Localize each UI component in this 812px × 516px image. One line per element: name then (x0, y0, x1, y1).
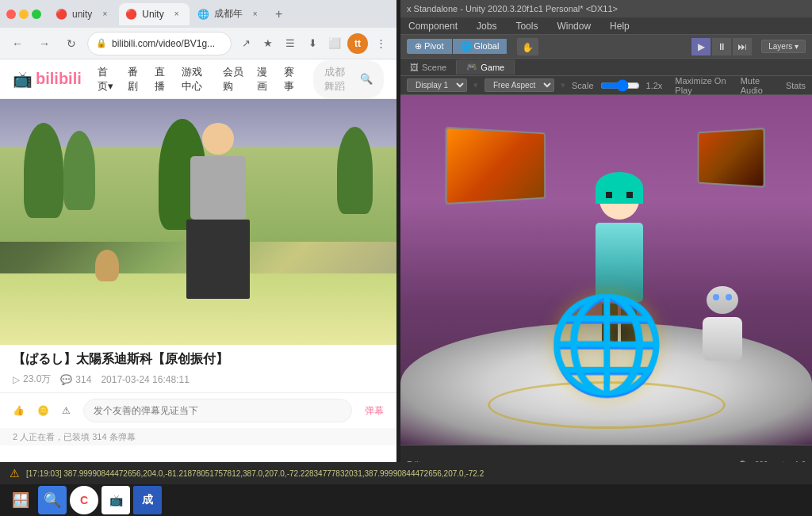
pivot-button[interactable]: ⊕ Pivot (407, 39, 453, 54)
comment-input[interactable] (83, 399, 352, 422)
unity-menu-jobs[interactable]: Jobs (472, 19, 501, 33)
taskbar-windows[interactable]: 🪟 (6, 486, 35, 514)
hand-tool[interactable]: ✋ (517, 38, 538, 55)
download-icon[interactable]: ⬇ (303, 34, 322, 53)
new-tab-button[interactable]: + (270, 5, 289, 24)
video-player[interactable] (0, 99, 396, 345)
warning-icon: ⚠ (62, 405, 71, 416)
bookmark-list-icon[interactable]: ☰ (281, 34, 300, 53)
close-traffic-light[interactable] (6, 10, 16, 19)
play-button[interactable]: ▶ (691, 38, 710, 55)
meta-comment-icon: 💬 314 (60, 374, 91, 385)
mute-audio[interactable]: Mute Audio (741, 76, 773, 95)
scene-label: Scene (422, 63, 446, 72)
bili-nav-premium[interactable]: 会员购 (223, 65, 244, 94)
cast-icon[interactable]: ⬜ (325, 34, 344, 53)
chrome-tabs: 🔴 unity × 🔴 Unity × 🌐 成都年 × + (49, 3, 390, 25)
pause-button[interactable]: ⏸ (712, 38, 731, 55)
more-icon[interactable]: ⋮ (371, 34, 390, 53)
bili-nav-links: 首页▾ 番剧 直播 游戏中心 会员购 漫画 赛事 (98, 65, 298, 94)
coin-button[interactable]: 🪙 (37, 405, 49, 416)
taskbar-bilibili[interactable]: 📺 (102, 486, 130, 514)
taskbar-zoom[interactable]: 🔍 (38, 486, 67, 514)
unity-viewport: 🌐 (400, 95, 812, 445)
tab-favicon-3: 🌐 (197, 9, 209, 20)
video-date: 2017-03-24 16:48:11 (101, 374, 189, 385)
unity-toolbar: ⊕ Pivot 🌐 Global ✋ ▶ ⏸ ⏭ Layers ▾ (400, 35, 812, 59)
forward-button[interactable]: → (33, 32, 56, 55)
tab-unity-1[interactable]: 🔴 unity × (49, 3, 117, 25)
unity-menu-bar: Component Jobs Tools Window Help (400, 17, 812, 35)
bookmark-icon[interactable]: ★ (259, 34, 278, 53)
game-label: Game (481, 63, 504, 72)
tab-close-2[interactable]: × (170, 8, 183, 21)
unity-window: x Standalone - Unity 2020.3.20f1c1 Perso… (400, 0, 812, 516)
unity-menu-tools[interactable]: Tools (511, 19, 542, 33)
bili-nav-esports[interactable]: 赛事 (284, 65, 298, 94)
tab-chengdu[interactable]: 🌐 成都年 × (191, 3, 268, 25)
tab-favicon-1: 🔴 (56, 9, 67, 20)
video-frame (0, 99, 396, 345)
bili-search[interactable]: 成都 舞蹈 🔍 (313, 60, 384, 98)
bili-nav-home[interactable]: 首页▾ (98, 65, 116, 94)
minimize-traffic-light[interactable] (19, 10, 29, 19)
scene-icon: 🖼 (410, 63, 419, 72)
share-icon[interactable]: ↗ (236, 34, 255, 53)
taskbar: 🪟 🔍 C 📺 成 (0, 484, 812, 516)
refresh-button[interactable]: ↻ (60, 32, 82, 55)
tab-unity-2[interactable]: 🔴 Unity × (119, 3, 189, 25)
layers-button[interactable]: Layers ▾ (761, 40, 806, 53)
toolbar-actions: ↗ ★ ☰ ⬇ ⬜ tt ⋮ (236, 33, 390, 54)
taskbar-chengdu[interactable]: 成 (133, 486, 162, 514)
bili-nav-gaming[interactable]: 游戏中心 (182, 65, 210, 94)
unity-menu-help[interactable]: Help (605, 19, 634, 33)
global-icon: 🌐 (461, 41, 472, 51)
chrome-browser: 🔴 unity × 🔴 Unity × 🌐 成都年 × + ← → ↻ 🔒 bi… (0, 0, 396, 476)
taskbar-chrome[interactable]: C (70, 486, 98, 514)
video-meta: ▷ 23.0万 💬 314 2017-03-24 16:48:11 (13, 373, 384, 386)
screen-left (445, 127, 545, 204)
watching-bar: 2 人正在看，已装填 314 条弹幕 (0, 428, 396, 445)
lock-icon: 🔒 (96, 38, 107, 48)
pivot-label: Pivot (424, 41, 443, 51)
robot-head (707, 286, 738, 314)
tool-icon: ✋ (522, 42, 534, 53)
aspect-select[interactable]: Free Aspect (485, 78, 554, 92)
display-select[interactable]: Display 1 (407, 78, 467, 92)
tab-close-1[interactable]: × (98, 8, 111, 21)
address-bar[interactable]: 🔒 bilibili.com/video/BV1g... (87, 32, 232, 55)
like-button[interactable]: 👍 (13, 405, 25, 416)
maximize-traffic-light[interactable] (32, 10, 41, 19)
danmaku-button[interactable]: 弹幕 (365, 404, 384, 418)
stats-button[interactable]: Stats (786, 81, 806, 90)
char-eye-left (606, 192, 612, 198)
bili-logo-text: bilibili (36, 70, 82, 88)
scale-label: Scale (572, 81, 594, 90)
char-eye-right (626, 192, 633, 198)
bili-nav-live[interactable]: 直播 (155, 65, 169, 94)
robot-eye-right (726, 294, 732, 300)
tab-scene[interactable]: 🖼 Scene (400, 60, 457, 75)
game-scene: 🌐 (400, 95, 812, 445)
global-button[interactable]: 🌐 Global (453, 39, 508, 54)
user-avatar[interactable]: tt (347, 33, 368, 54)
unity-menu-component[interactable]: Component (404, 19, 462, 33)
play-controls: ▶ ⏸ ⏭ (691, 38, 752, 55)
back-button[interactable]: ← (6, 32, 29, 55)
tab-close-3[interactable]: × (249, 8, 262, 21)
bili-nav-drama[interactable]: 番剧 (128, 65, 142, 94)
tab-label-2: Unity (142, 9, 163, 20)
address-text: bilibili.com/video/BV1g... (112, 38, 215, 49)
game-icon: 🎮 (466, 62, 477, 72)
bilibili-navbar: 📺 bilibili 首页▾ 番剧 直播 游戏中心 会员购 漫画 赛事 成都 舞… (0, 59, 396, 99)
step-button[interactable]: ⏭ (733, 38, 752, 55)
robot-eye-left (713, 294, 719, 300)
bili-nav-manga[interactable]: 漫画 (257, 65, 271, 94)
tab-game[interactable]: 🎮 Game (457, 59, 515, 75)
taskbar-notification: ⚠ [17:19:03] 387.99990844472656,204.0,-8… (0, 462, 812, 484)
robot-companion (695, 286, 750, 357)
unity-menu-window[interactable]: Window (552, 19, 596, 33)
bilibili-logo[interactable]: 📺 bilibili (13, 70, 82, 89)
maximize-on-play[interactable]: Maximize On Play (675, 76, 727, 95)
scale-slider[interactable] (600, 79, 640, 92)
